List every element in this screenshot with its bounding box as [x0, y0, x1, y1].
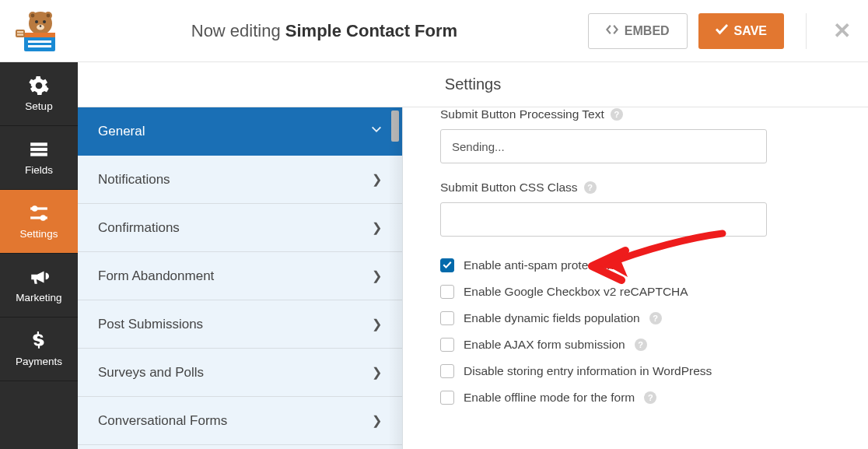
checkbox-offline-mode[interactable]: Enable offline mode for the form ? [440, 391, 837, 405]
svg-rect-14 [17, 31, 23, 33]
embed-button-label: EMBED [625, 24, 670, 38]
menu-item-surveys-polls[interactable]: Surveys and Polls ❯ [78, 349, 402, 397]
checkbox-recaptcha[interactable]: Enable Google Checkbox v2 reCAPTCHA [440, 285, 837, 299]
topbar: Now editing Simple Contact Form EMBED SA… [0, 0, 868, 62]
help-icon[interactable]: ? [611, 108, 623, 121]
menu-item-label: General [98, 124, 145, 139]
chevron-right-icon: ❯ [372, 220, 382, 235]
checkbox-icon [440, 258, 454, 272]
title-prefix: Now editing [191, 21, 285, 40]
top-actions: EMBED SAVE ✕ [588, 13, 854, 49]
help-icon[interactable]: ? [644, 391, 656, 404]
panel-title-bar: Settings [78, 62, 868, 107]
menu-item-label: Form Abandonment [98, 268, 214, 284]
settings-general-panel: Submit Button Processing Text ? Submit B… [403, 62, 868, 449]
list-icon [29, 139, 49, 160]
svg-point-21 [32, 205, 38, 212]
separator [806, 13, 807, 49]
menu-item-notifications[interactable]: Notifications ❯ [78, 156, 402, 204]
form-name: Simple Contact Form [285, 21, 457, 40]
help-icon[interactable]: ? [649, 312, 662, 324]
nav-label: Settings [20, 228, 58, 240]
field-label: Submit Button Processing Text [440, 107, 604, 121]
svg-rect-11 [28, 40, 51, 43]
close-icon[interactable]: ✕ [830, 18, 854, 44]
checkbox-label: Enable AJAX form submission [464, 338, 625, 352]
page-title: Now editing Simple Contact Form [61, 21, 588, 41]
chevron-right-icon: ❯ [372, 317, 382, 331]
svg-point-5 [35, 20, 38, 23]
svg-point-8 [40, 25, 41, 26]
nav-settings[interactable]: Settings [0, 190, 78, 254]
submit-processing-input[interactable] [440, 129, 767, 163]
checkbox-anti-spam[interactable]: Enable anti-spam protection [440, 258, 837, 272]
svg-rect-17 [30, 148, 47, 151]
nav-fields[interactable]: Fields [0, 126, 78, 190]
checkbox-label: Enable offline mode for the form [464, 391, 635, 405]
field-label: Submit Button CSS Class [440, 181, 578, 195]
menu-item-confirmations[interactable]: Confirmations ❯ [78, 204, 402, 252]
menu-item-post-submissions[interactable]: Post Submissions ❯ [78, 300, 402, 349]
nav-setup[interactable]: Setup [0, 62, 78, 126]
svg-point-6 [43, 20, 46, 23]
code-icon [606, 24, 618, 38]
svg-rect-10 [24, 33, 55, 37]
svg-rect-15 [17, 33, 23, 35]
nav-label: Setup [25, 100, 52, 112]
checkbox-icon [440, 338, 454, 352]
menu-item-label: Surveys and Polls [98, 365, 204, 381]
svg-point-22 [40, 215, 47, 221]
checkbox-label: Enable anti-spam protection [464, 258, 614, 272]
checkbox-label: Enable Google Checkbox v2 reCAPTCHA [464, 285, 688, 299]
settings-sections: ▲ General Notifications ❯ Confirmations … [78, 62, 403, 449]
menu-item-label: Post Submissions [98, 317, 203, 332]
megaphone-icon [29, 267, 49, 287]
chevron-down-icon [371, 125, 382, 139]
svg-rect-18 [30, 153, 47, 156]
help-icon[interactable]: ? [584, 181, 597, 194]
nav-payments[interactable]: Payments [0, 317, 78, 381]
checkbox-label: Enable dynamic fields population [464, 311, 640, 325]
menu-item-label: Conversational Forms [98, 413, 227, 429]
save-button[interactable]: SAVE [698, 13, 784, 49]
svg-rect-13 [16, 30, 25, 37]
field-submit-processing: Submit Button Processing Text ? [440, 107, 837, 163]
svg-rect-16 [30, 142, 47, 146]
checkbox-icon [440, 311, 454, 325]
checkbox-disable-storing[interactable]: Disable storing entry information in Wor… [440, 364, 837, 378]
panel-title: Settings [445, 75, 501, 93]
nav-marketing[interactable]: Marketing [0, 254, 78, 317]
checkbox-label: Disable storing entry information in Wor… [464, 364, 712, 378]
icon-nav: Setup Fields Settings Marketing Payments [0, 62, 78, 449]
svg-point-3 [31, 13, 35, 17]
checkbox-dynamic-fields[interactable]: Enable dynamic fields population ? [440, 311, 837, 325]
brand-logo [14, 8, 61, 54]
checkbox-icon [440, 391, 454, 405]
chevron-right-icon: ❯ [372, 268, 382, 283]
embed-button[interactable]: EMBED [588, 13, 688, 49]
chevron-right-icon: ❯ [372, 413, 382, 428]
menu-item-conversational-forms[interactable]: Conversational Forms ❯ [78, 397, 402, 445]
menu-item-label: Notifications [98, 172, 170, 188]
nav-label: Marketing [16, 292, 61, 303]
svg-rect-12 [28, 45, 51, 47]
gear-icon [29, 75, 49, 96]
checkbox-ajax[interactable]: Enable AJAX form submission ? [440, 338, 837, 352]
svg-point-4 [47, 13, 51, 17]
help-icon[interactable]: ? [635, 339, 647, 351]
menu-item-general[interactable]: General [78, 107, 402, 156]
checkbox-icon [440, 285, 454, 299]
field-submit-css-class: Submit Button CSS Class ? [440, 181, 837, 237]
nav-label: Fields [25, 164, 53, 176]
dollar-icon [29, 331, 49, 351]
check-icon [716, 24, 728, 38]
chevron-right-icon: ❯ [372, 365, 382, 380]
settings-menu: ▲ General Notifications ❯ Confirmations … [78, 107, 402, 445]
submit-css-class-input[interactable] [440, 202, 767, 237]
menu-item-form-abandonment[interactable]: Form Abandonment ❯ [78, 252, 402, 300]
menu-item-label: Confirmations [98, 220, 180, 236]
checkbox-icon [440, 364, 454, 378]
chevron-right-icon: ❯ [372, 172, 382, 187]
save-button-label: SAVE [734, 24, 767, 38]
nav-label: Payments [16, 356, 62, 367]
